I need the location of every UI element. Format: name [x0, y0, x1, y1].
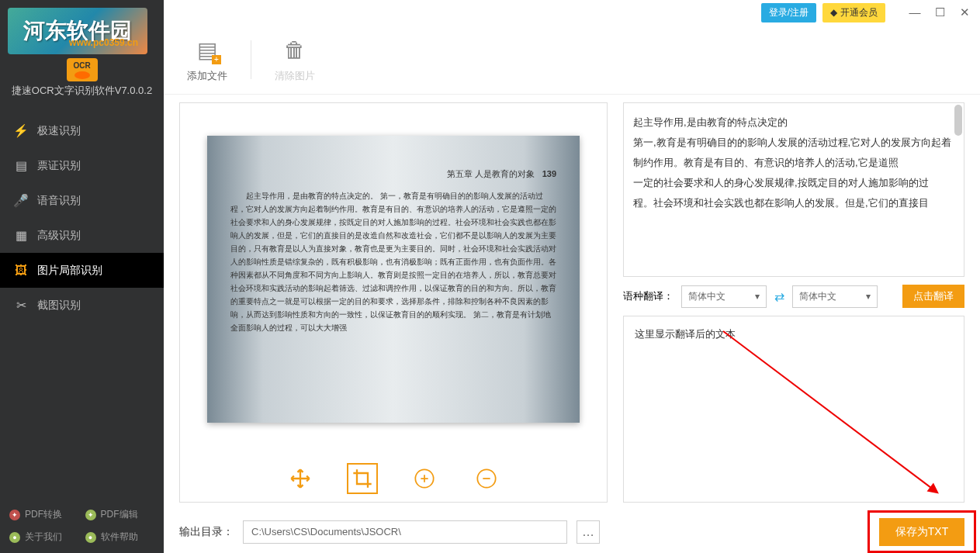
move-tool[interactable] — [285, 463, 316, 494]
microphone-icon: 🎤 — [14, 194, 28, 208]
brand-logo: 河东软件园 www.pc0359.cn — [8, 8, 147, 54]
document-image: 第五章 人是教育的对象 139 起主导作用，是由教育的特点决定的。 第一，教育是… — [207, 136, 580, 423]
separator — [251, 40, 251, 79]
lightning-icon: ⚡ — [14, 124, 28, 138]
main-area: 登录/注册 ◆开通会员 — ☐ ✕ ▤ 添加文件 🗑 清除图片 第五章 人是教育… — [164, 0, 980, 553]
dot-icon: ● — [9, 532, 20, 543]
ocr-text-output[interactable]: 起主导作用,是由教育的特点决定的 第一,教育是有明确目的的影响人发展的活动过程,… — [623, 102, 964, 277]
translation-output[interactable]: 这里显示翻译后的文本 — [623, 316, 964, 503]
preview-panel: 第五章 人是教育的对象 139 起主导作用，是由教育的特点决定的。 第一，教育是… — [179, 102, 608, 503]
chevron-down-icon: ▾ — [755, 291, 760, 302]
brand-url: www.pc0359.cn — [69, 37, 138, 48]
sidebar: 河东软件园 www.pc0359.cn OCR 捷速OCR文字识别软件V7.0.… — [0, 0, 164, 553]
clear-image-button[interactable]: 🗑 清除图片 — [275, 36, 315, 83]
footer-help[interactable]: ●软件帮助 — [85, 531, 155, 544]
output-label: 输出目录： — [179, 525, 234, 539]
trash-icon: 🗑 — [281, 36, 309, 64]
app-title: 捷速OCR文字识别软件V7.0.0.2 — [0, 78, 164, 113]
nav-region-ocr[interactable]: 🖼图片局部识别 — [0, 253, 164, 288]
annotation-arrow — [722, 330, 934, 490]
image-icon: 🖼 — [14, 264, 28, 278]
login-button[interactable]: 登录/注册 — [761, 3, 816, 22]
window-controls: — ☐ ✕ — [907, 5, 972, 19]
image-preview[interactable]: 第五章 人是教育的对象 139 起主导作用，是由教育的特点决定的。 第一，教育是… — [180, 103, 607, 455]
grid-icon: ▦ — [14, 229, 28, 243]
ocr-line: 程。社会环境和社会实践也都在影响人的发展。但是,它们的直接目 — [633, 193, 954, 213]
close-button[interactable]: ✕ — [957, 5, 972, 19]
target-lang-select[interactable]: 简体中文▾ — [792, 285, 878, 308]
preview-toolbar — [180, 455, 607, 502]
browse-button[interactable]: … — [577, 520, 600, 544]
footer-about[interactable]: ●关于我们 — [9, 531, 79, 544]
footer-links: ✦PDF转换 ✦PDF编辑 ●关于我们 ●软件帮助 — [0, 499, 164, 553]
scrollbar[interactable] — [954, 105, 962, 136]
diamond-icon: ◆ — [830, 7, 837, 18]
vip-button[interactable]: ◆开通会员 — [822, 3, 885, 22]
dot-icon: ✦ — [85, 510, 96, 520]
footer-pdf-convert[interactable]: ✦PDF转换 — [9, 508, 79, 521]
translate-label: 语种翻译： — [623, 289, 674, 303]
file-add-icon: ▤ — [193, 36, 221, 64]
ocr-line: 起主导作用,是由教育的特点决定的 — [633, 112, 954, 133]
dot-icon: ● — [85, 532, 96, 543]
chevron-down-icon: ▾ — [866, 291, 871, 302]
ocr-line: 一定的社会要求和人的身心发展规律,按既定目的对人施加影响的过 — [633, 173, 954, 193]
logo-area: 河东软件园 www.pc0359.cn OCR — [0, 0, 164, 78]
maximize-button[interactable]: ☐ — [932, 5, 947, 19]
translation-placeholder: 这里显示翻译后的文本 — [635, 328, 736, 340]
toolbar: ▤ 添加文件 🗑 清除图片 — [164, 25, 980, 95]
translate-controls: 语种翻译： 简体中文▾ ⇄ 简体中文▾ 点击翻译 — [623, 285, 964, 308]
add-file-button[interactable]: ▤ 添加文件 — [187, 36, 227, 83]
nav-fast-ocr[interactable]: ⚡极速识别 — [0, 113, 164, 148]
ocr-line: 第一,教育是有明确目的的影响人发展的活动过程,它对人的发展方向起着制约作用。教育… — [633, 133, 954, 173]
zoom-in-tool[interactable] — [409, 463, 440, 494]
nav-advanced-ocr[interactable]: ▦高级识别 — [0, 218, 164, 253]
crop-tool[interactable] — [347, 463, 378, 494]
titlebar: 登录/注册 ◆开通会员 — ☐ ✕ — [164, 0, 980, 25]
zoom-out-tool[interactable] — [471, 463, 502, 494]
minimize-button[interactable]: — — [907, 5, 923, 19]
workspace: 第五章 人是教育的对象 139 起主导作用，是由教育的特点决定的。 第一，教育是… — [164, 95, 980, 510]
ocr-badge-icon: OCR — [67, 58, 98, 81]
scissors-icon: ✂ — [14, 299, 28, 313]
footer-pdf-edit[interactable]: ✦PDF编辑 — [85, 508, 155, 521]
dot-icon: ✦ — [9, 510, 20, 520]
save-txt-button[interactable]: 保存为TXT — [879, 518, 964, 546]
result-panel: 起主导作用,是由教育的特点决定的 第一,教育是有明确目的的影响人发展的活动过程,… — [623, 102, 964, 503]
output-path-input[interactable]: C:\Users\CS\Documents\JSOCR\ — [243, 520, 567, 544]
output-row: 输出目录： C:\Users\CS\Documents\JSOCR\ … 保存为… — [164, 510, 980, 553]
nav: ⚡极速识别 ▤票证识别 🎤语音识别 ▦高级识别 🖼图片局部识别 ✂截图识别 — [0, 113, 164, 499]
nav-voice-ocr[interactable]: 🎤语音识别 — [0, 183, 164, 218]
nav-screenshot-ocr[interactable]: ✂截图识别 — [0, 288, 164, 323]
ticket-icon: ▤ — [14, 159, 28, 173]
nav-ticket-ocr[interactable]: ▤票证识别 — [0, 148, 164, 183]
translate-button[interactable]: 点击翻译 — [902, 285, 964, 308]
swap-lang-button[interactable]: ⇄ — [774, 289, 784, 304]
source-lang-select[interactable]: 简体中文▾ — [681, 285, 767, 308]
